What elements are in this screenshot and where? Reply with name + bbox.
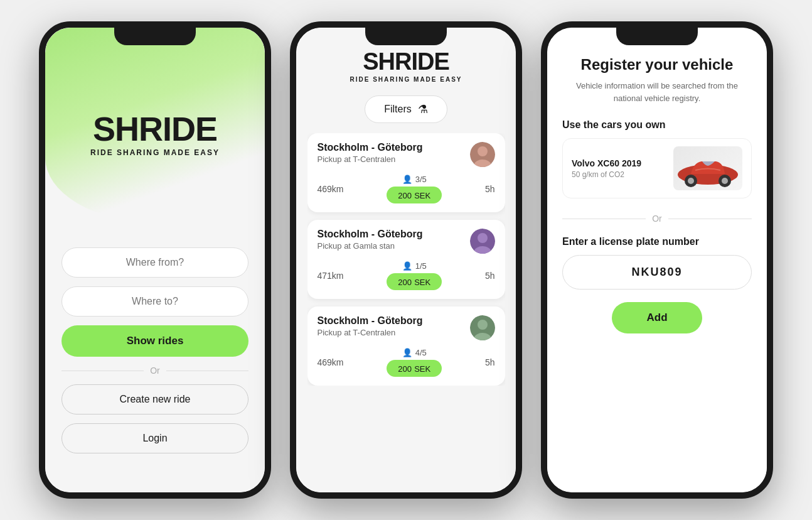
car-image xyxy=(673,146,742,190)
filter-icon: ⚗ xyxy=(418,102,428,116)
ride-3-info: Stockholm - Göteborg Pickup at T-Central… xyxy=(318,315,423,337)
ride-3-pickup: Pickup at T-Centralen xyxy=(318,328,423,337)
ride-1-seats: 👤 3/5 xyxy=(402,175,427,184)
car-card[interactable]: Volvo XC60 2019 50 g/km of CO2 xyxy=(562,138,752,198)
ride-2-avatar xyxy=(470,229,495,254)
ride-card-3[interactable]: Stockholm - Göteborg Pickup at T-Central… xyxy=(307,306,505,386)
ride-card-3-header: Stockholm - Göteborg Pickup at T-Central… xyxy=(318,315,495,340)
or-divider-p3: Or xyxy=(562,214,752,224)
svg-point-13 xyxy=(722,178,728,184)
phone2-logo-block: SHRIDE RIDE SHARING MADE EASY xyxy=(350,50,462,83)
phone1-screen: SHRIDE RIDE SHARING MADE EASY Show rides… xyxy=(45,28,265,492)
register-title: Register your vehicle xyxy=(562,56,752,73)
svg-point-1 xyxy=(478,146,488,156)
ride-card-2-header: Stockholm - Göteborg Pickup at Gamla sta… xyxy=(318,229,495,254)
ride-1-info: Stockholm - Göteborg Pickup at T-Central… xyxy=(318,142,423,164)
where-to-input[interactable] xyxy=(61,286,248,317)
person-icon-1: 👤 xyxy=(402,175,412,184)
ride-3-dist: 469km xyxy=(318,357,344,367)
license-label: Enter a license plate number xyxy=(562,236,752,247)
ride-1-price: 200 SEK xyxy=(387,187,442,203)
ride-1-footer: 469km 👤 3/5 200 SEK 5h xyxy=(318,175,495,203)
ride-2-footer: 471km 👤 1/5 200 SEK 5h xyxy=(318,261,495,290)
login-button[interactable]: Login xyxy=(61,423,248,453)
ride-1-seats-price: 👤 3/5 200 SEK xyxy=(387,175,442,203)
use-cars-label: Use the cars you own xyxy=(562,119,752,131)
person-icon-3: 👤 xyxy=(402,348,412,357)
car-info: Volvo XC60 2019 50 g/km of CO2 xyxy=(572,158,641,179)
ride-3-route: Stockholm - Göteborg xyxy=(318,315,423,327)
phone-3: Register your vehicle Vehicle informatio… xyxy=(541,21,773,499)
phone2-logo: SHRIDE xyxy=(363,50,449,73)
ride-3-seats-price: 👤 4/5 200 SEK xyxy=(387,348,442,377)
ride-3-avatar xyxy=(470,315,495,340)
ride-3-footer: 469km 👤 4/5 200 SEK 5h xyxy=(318,348,495,377)
phone1-tagline: RIDE SHARING MADE EASY xyxy=(90,148,220,157)
ride-2-dist: 471km xyxy=(318,271,344,281)
ride-2-seats: 👤 1/5 xyxy=(402,261,427,271)
filters-label: Filters xyxy=(384,104,412,115)
phone2-screen: SHRIDE RIDE SHARING MADE EASY Filters ⚗ … xyxy=(296,28,516,492)
phone3-screen: Register your vehicle Vehicle informatio… xyxy=(547,28,767,492)
svg-point-7 xyxy=(478,320,488,330)
create-ride-button[interactable]: Create new ride xyxy=(61,384,248,414)
person-icon-2: 👤 xyxy=(402,261,412,271)
phone2-tagline: RIDE SHARING MADE EASY xyxy=(350,76,462,83)
ride-2-price: 200 SEK xyxy=(387,273,442,290)
where-from-input[interactable] xyxy=(61,247,248,278)
ride-2-pickup: Pickup at Gamla stan xyxy=(318,241,423,251)
phone1-hero: SHRIDE RIDE SHARING MADE EASY xyxy=(45,28,265,222)
ride-3-seats: 👤 4/5 xyxy=(402,348,427,357)
or-divider-1: Or xyxy=(61,366,248,376)
ride-card-1[interactable]: Stockholm - Göteborg Pickup at T-Central… xyxy=(307,133,505,212)
ride-cards-list: Stockholm - Göteborg Pickup at T-Central… xyxy=(307,133,505,386)
car-co2: 50 g/km of CO2 xyxy=(572,170,641,179)
ride-2-route: Stockholm - Göteborg xyxy=(318,229,423,240)
svg-point-11 xyxy=(688,178,694,184)
ride-3-price: 200 SEK xyxy=(387,360,442,377)
car-svg xyxy=(673,146,742,190)
or-label-p3: Or xyxy=(652,214,662,224)
register-subtitle: Vehicle information will be searched fro… xyxy=(562,80,752,104)
ride-1-pickup: Pickup at T-Centralen xyxy=(318,154,423,164)
ride-2-seats-price: 👤 1/5 200 SEK xyxy=(387,261,442,290)
phone-1: SHRIDE RIDE SHARING MADE EASY Show rides… xyxy=(39,21,271,499)
phone-2: SHRIDE RIDE SHARING MADE EASY Filters ⚗ … xyxy=(290,21,522,499)
ride-1-avatar xyxy=(470,142,495,167)
ride-3-time: 5h xyxy=(485,357,495,367)
ride-1-time: 5h xyxy=(485,184,495,194)
phone1-form: Show rides Or Create new ride Login xyxy=(61,247,248,453)
ride-1-dist: 469km xyxy=(318,184,344,194)
add-button[interactable]: Add xyxy=(612,302,702,333)
ride-card-1-header: Stockholm - Göteborg Pickup at T-Central… xyxy=(318,142,495,167)
show-rides-button[interactable]: Show rides xyxy=(61,325,248,357)
ride-1-route: Stockholm - Göteborg xyxy=(318,142,423,153)
svg-point-4 xyxy=(478,233,488,243)
car-model: Volvo XC60 2019 xyxy=(572,158,641,168)
ride-2-time: 5h xyxy=(485,271,495,281)
or-label-1: Or xyxy=(150,366,160,376)
phones-container: SHRIDE RIDE SHARING MADE EASY Show rides… xyxy=(20,3,792,517)
license-plate-input[interactable] xyxy=(562,255,752,290)
phone1-logo: SHRIDE xyxy=(93,112,217,146)
filters-button[interactable]: Filters ⚗ xyxy=(365,95,447,123)
ride-2-info: Stockholm - Göteborg Pickup at Gamla sta… xyxy=(318,229,423,251)
ride-card-2[interactable]: Stockholm - Göteborg Pickup at Gamla sta… xyxy=(307,220,505,299)
